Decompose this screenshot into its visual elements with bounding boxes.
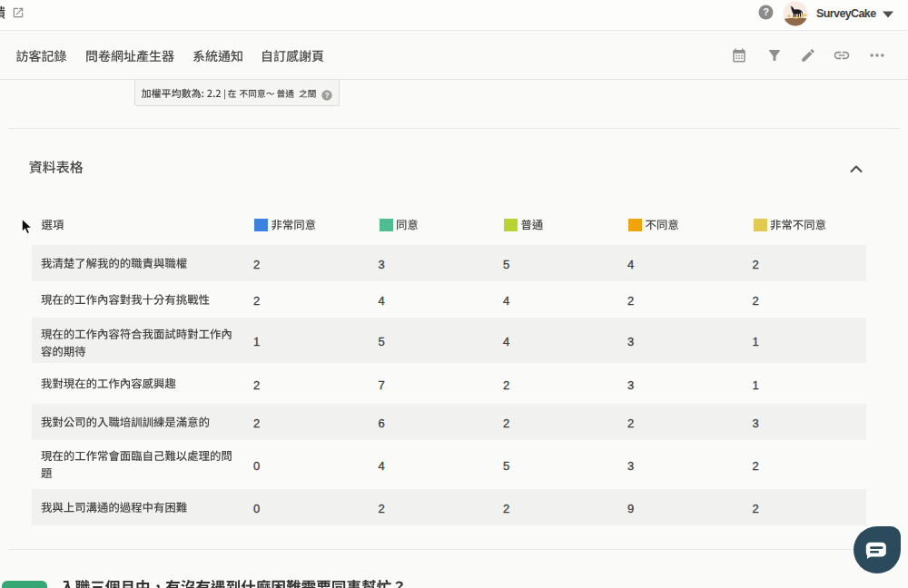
svg-text:?: ? — [324, 91, 329, 100]
svg-text:?: ? — [763, 6, 769, 17]
